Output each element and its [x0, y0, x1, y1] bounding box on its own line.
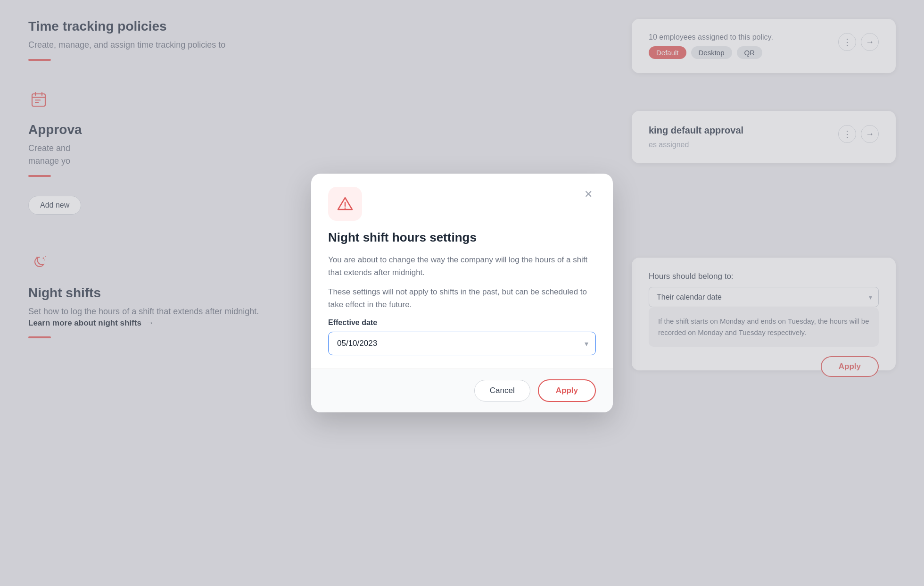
- cancel-button[interactable]: Cancel: [474, 380, 530, 402]
- modal-text-1: You are about to change the way the comp…: [328, 253, 596, 279]
- effective-date-label: Effective date: [328, 318, 596, 327]
- modal-text-2: These settings will not apply to shifts …: [328, 285, 596, 311]
- modal-close-button[interactable]: ✕: [581, 187, 596, 202]
- date-input-wrapper: ▾: [328, 332, 596, 355]
- warning-triangle-icon: [336, 195, 354, 213]
- modal-header: ✕: [311, 174, 613, 221]
- effective-date-input[interactable]: [328, 332, 596, 355]
- close-icon: ✕: [584, 188, 593, 201]
- warning-icon-box: [328, 187, 362, 221]
- modal-footer: Cancel Apply: [311, 368, 613, 412]
- night-shift-modal: ✕ Night shift hours settings You are abo…: [311, 174, 613, 413]
- svg-point-10: [345, 207, 346, 209]
- modal-overlay: ✕ Night shift hours settings You are abo…: [0, 0, 924, 586]
- modal-title: Night shift hours settings: [328, 230, 596, 245]
- modal-body: Night shift hours settings You are about…: [311, 221, 613, 356]
- modal-apply-button[interactable]: Apply: [538, 379, 596, 402]
